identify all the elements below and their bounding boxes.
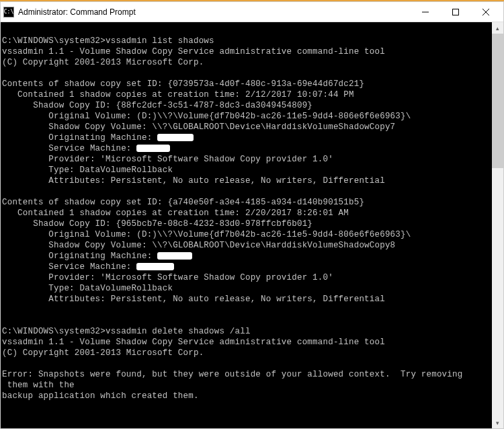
scroll-up-arrow[interactable]: ▴: [492, 22, 503, 34]
command-prompt-window: C:\ Administrator: Command Prompt C:\WIN…: [0, 1, 504, 429]
attributes-line: Attributes: Persistent, No auto release,…: [2, 294, 489, 305]
service-machine-label: Service Machine:: [2, 144, 136, 153]
scroll-thumb[interactable]: [492, 34, 503, 168]
copyright-line: (C) Copyright 2001-2013 Microsoft Corp.: [2, 57, 489, 68]
close-button[interactable]: [470, 2, 501, 22]
vertical-scrollbar[interactable]: ▴ ▾: [492, 22, 503, 428]
maximize-icon: [452, 9, 459, 15]
service-machine-label: Service Machine:: [2, 262, 136, 272]
prompt: C:\WINDOWS\system32>: [2, 327, 106, 336]
window-title: Administrator: Command Prompt: [18, 7, 410, 17]
redacted-text: [136, 263, 174, 270]
attributes-line: Attributes: Persistent, No auto release,…: [2, 176, 489, 186]
provider-line: Provider: 'Microsoft Software Shadow Cop…: [2, 154, 489, 165]
contained-line: Contained 1 shadow copies at creation ti…: [2, 89, 489, 100]
type-line: Type: DataVolumeRollback: [2, 165, 489, 176]
banner-line: vssadmin 1.1 - Volume Shadow Copy Servic…: [2, 46, 489, 57]
minimize-icon: [422, 9, 429, 15]
shadow-copy-id: Shadow Copy ID: {88fc2dcf-3c51-4787-8dc3…: [2, 100, 489, 111]
shadow-copy-volume: Shadow Copy Volume: \\?\GLOBALROOT\Devic…: [2, 240, 489, 251]
terminal-output[interactable]: C:\WINDOWS\system32>vssadmin list shadow…: [1, 22, 492, 428]
cmd-icon: C:\: [3, 7, 14, 17]
error-line: them with the: [2, 380, 489, 391]
window-controls: [410, 2, 501, 22]
maximize-button[interactable]: [440, 2, 470, 22]
svg-rect-1: [452, 9, 458, 15]
error-line: Error: Snapshots were found, but they we…: [2, 369, 489, 380]
close-icon: [482, 9, 489, 15]
banner-line: vssadmin 1.1 - Volume Shadow Copy Servic…: [2, 337, 489, 348]
command-text: vssadmin list shadows: [106, 36, 214, 46]
type-line: Type: DataVolumeRollback: [2, 283, 489, 294]
shadow-copy-volume: Shadow Copy Volume: \\?\GLOBALROOT\Devic…: [2, 122, 489, 132]
minimize-button[interactable]: [410, 2, 440, 22]
copyright-line: (C) Copyright 2001-2013 Microsoft Corp.: [2, 348, 489, 358]
provider-line: Provider: 'Microsoft Software Shadow Cop…: [2, 272, 489, 283]
original-volume: Original Volume: (D:)\\?\Volume{df7b042b…: [2, 111, 489, 122]
set-header: Contents of shadow copy set ID: {0739573…: [2, 79, 489, 89]
contained-line: Contained 1 shadow copies at creation ti…: [2, 208, 489, 219]
set-header: Contents of shadow copy set ID: {a740e50…: [2, 197, 489, 208]
shadow-copy-id: Shadow Copy ID: {965bcb7e-08c8-4232-83d0…: [2, 219, 489, 229]
command-text: vssadmin delete shadows /all: [106, 327, 251, 336]
titlebar[interactable]: C:\ Administrator: Command Prompt: [1, 2, 503, 22]
originating-machine-label: Originating Machine:: [2, 251, 157, 261]
redacted-text: [157, 252, 192, 260]
redacted-text: [136, 145, 170, 152]
terminal-area: C:\WINDOWS\system32>vssadmin list shadow…: [1, 22, 503, 428]
error-line: backup application which created them.: [2, 391, 489, 401]
scroll-down-arrow[interactable]: ▾: [492, 417, 503, 428]
originating-machine-label: Originating Machine:: [2, 133, 157, 143]
redacted-text: [157, 134, 194, 141]
original-volume: Original Volume: (D:)\\?\Volume{df7b042b…: [2, 229, 489, 240]
prompt: C:\WINDOWS\system32>: [2, 36, 106, 46]
